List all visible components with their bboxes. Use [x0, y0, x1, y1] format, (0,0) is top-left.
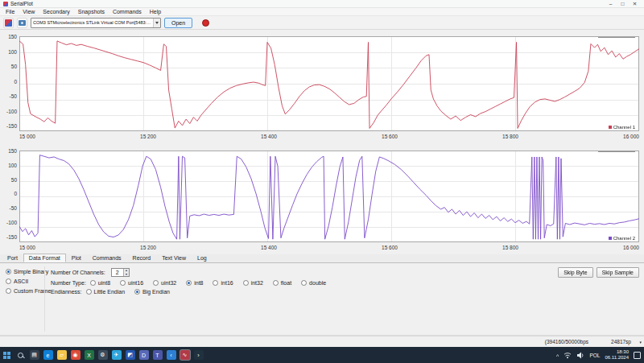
skip-byte-button[interactable]: Skip Byte	[558, 267, 593, 278]
radio-little-endian[interactable]: Little Endian	[86, 289, 126, 295]
radio-icon	[301, 280, 307, 286]
x-tick-label: 15 600	[382, 134, 398, 139]
plot-scale-indicator	[598, 37, 635, 38]
x-tick-label: 15 200	[140, 245, 156, 250]
tray-chevron-up-icon[interactable]: ^	[556, 353, 559, 359]
maximize-button[interactable]: □	[617, 0, 629, 8]
menu-view[interactable]: View	[19, 8, 39, 16]
menu-help[interactable]: Help	[146, 8, 165, 16]
x-tick-label: 15 800	[502, 245, 518, 250]
radio-int32[interactable]: int32	[243, 280, 263, 286]
plot-canvas-channel-1[interactable]: Channel 1	[19, 36, 639, 131]
data-format-panel: Simple Binary ASCII Custom Frame Number …	[0, 263, 644, 336]
legend-label: Channel 1	[613, 125, 635, 130]
excel-icon[interactable]: X	[85, 350, 94, 360]
radio-int16[interactable]: int16	[213, 280, 233, 286]
wifi-icon[interactable]	[564, 352, 572, 359]
y-tick-label: -100	[6, 220, 17, 225]
menu-commands[interactable]: Commands	[109, 8, 146, 16]
record-button[interactable]	[202, 19, 209, 27]
radio-uint8[interactable]: uint8	[90, 280, 110, 286]
minimize-button[interactable]: –	[605, 0, 617, 8]
tab-record[interactable]: Record	[127, 254, 157, 262]
window-controls: – □ ✕	[605, 0, 641, 8]
x-tick-label: 15 000	[19, 134, 35, 139]
radio-label: Custom Frame	[14, 288, 51, 294]
photos-icon[interactable]: ◩	[126, 350, 135, 360]
start-button[interactable]	[0, 347, 14, 363]
serialplot-app-icon	[3, 2, 8, 6]
telegram-icon[interactable]: ✈	[112, 350, 122, 360]
close-button[interactable]: ✕	[629, 0, 641, 8]
terminal-icon[interactable]: ›	[194, 350, 204, 360]
y-tick-label: -150	[6, 123, 17, 129]
combo-dropdown-arrow[interactable]	[153, 19, 160, 27]
action-center-icon[interactable]	[634, 352, 641, 359]
tab-log[interactable]: Log	[192, 254, 213, 262]
radio-icon	[6, 278, 11, 284]
taskbar-clock[interactable]: 18:30 06.11.2024	[605, 349, 629, 361]
window-title: SerialPlot	[10, 1, 33, 6]
y-tick-label: -50	[10, 93, 17, 99]
radio-uint32[interactable]: uint32	[153, 280, 176, 286]
settings-icon[interactable]: ⚙	[98, 350, 108, 360]
language-indicator[interactable]: POL	[589, 353, 600, 358]
tab-port[interactable]: Port	[2, 254, 23, 262]
x-tick-label: 15 400	[261, 245, 277, 250]
chrome-browser-icon[interactable]: ◉	[71, 350, 80, 360]
discord-icon[interactable]: D	[139, 350, 149, 360]
radio-icon	[134, 289, 140, 295]
overflow-arrow-icon[interactable]: ▾	[639, 340, 642, 344]
radio-label: float	[281, 280, 291, 286]
taskbar-search-button[interactable]	[14, 347, 27, 363]
sample-rate-status: 24817sp	[611, 339, 631, 344]
radio-big-endian[interactable]: Big Endian	[134, 289, 170, 295]
serial-port-select[interactable]: COM3 STMicroelectronics STLink Virtual C…	[31, 18, 161, 28]
radio-icon	[243, 280, 249, 286]
port-settings-button[interactable]	[3, 18, 14, 28]
radio-icon	[6, 288, 11, 294]
channels-spinbox[interactable]: 2 ▲ ▼	[111, 268, 130, 277]
y-tick-label: 100	[8, 162, 17, 167]
radio-int8[interactable]: int8	[186, 280, 203, 286]
radio-uint16[interactable]: uint16	[120, 280, 143, 286]
toolbar: COM3 STMicroelectronics STLink Virtual C…	[0, 16, 644, 30]
tab-commands[interactable]: Commands	[87, 254, 127, 262]
snapshot-button[interactable]	[17, 18, 27, 28]
radio-label: int32	[251, 280, 263, 286]
serialplot-taskbar-icon[interactable]: ∿	[180, 350, 190, 360]
menu-bar: File View Secondary Snapshots Commands H…	[0, 8, 644, 16]
radio-label: Simple Binary	[14, 269, 48, 274]
edge-browser-icon[interactable]: e	[43, 350, 53, 360]
radio-label: ASCII	[14, 278, 28, 284]
menu-snapshots[interactable]: Snapshots	[74, 8, 109, 16]
port-settings-icon	[5, 19, 12, 27]
menu-secondary[interactable]: Secondary	[39, 8, 73, 16]
radio-double[interactable]: double	[301, 280, 326, 286]
plot-canvas-channel-2[interactable]: Channel 2	[19, 151, 639, 242]
radio-icon	[186, 280, 192, 286]
tab-data-format[interactable]: Data Format	[23, 254, 66, 262]
task-view-icon[interactable]: ▤	[30, 350, 39, 360]
menu-file[interactable]: File	[2, 8, 19, 16]
spin-down-icon[interactable]: ▼	[124, 273, 129, 277]
snapshot-camera-icon	[19, 20, 26, 26]
legend-swatch	[609, 126, 612, 129]
teams-icon[interactable]: T	[153, 350, 163, 360]
volume-icon[interactable]	[576, 352, 584, 359]
vscode-icon[interactable]: ‹	[167, 350, 176, 360]
skip-sample-button[interactable]: Skip Sample	[597, 267, 639, 278]
open-port-button[interactable]: Open	[164, 18, 192, 28]
chart-channel-1: 150100500-50-100-150 Channel 1 15 00015 …	[0, 30, 644, 141]
windows-taskbar: ▤e▱◉X⚙✈◩DT‹∿› ^ POL 18:30 06.11.2024	[0, 347, 644, 363]
radio-float[interactable]: float	[273, 280, 291, 286]
file-explorer-icon[interactable]: ▱	[57, 350, 67, 360]
channels-label: Number Of Channels:	[51, 270, 105, 275]
tab-text-view[interactable]: Text View	[156, 254, 192, 262]
tab-plot[interactable]: Plot	[66, 254, 87, 262]
y-tick-label: -150	[6, 233, 17, 239]
legend-swatch	[609, 237, 612, 240]
system-tray: ^ POL 18:30 06.11.2024	[556, 349, 644, 361]
y-axis-channel-2: 150100500-50-100-150	[0, 151, 19, 242]
spin-arrows[interactable]: ▲ ▼	[123, 269, 129, 276]
